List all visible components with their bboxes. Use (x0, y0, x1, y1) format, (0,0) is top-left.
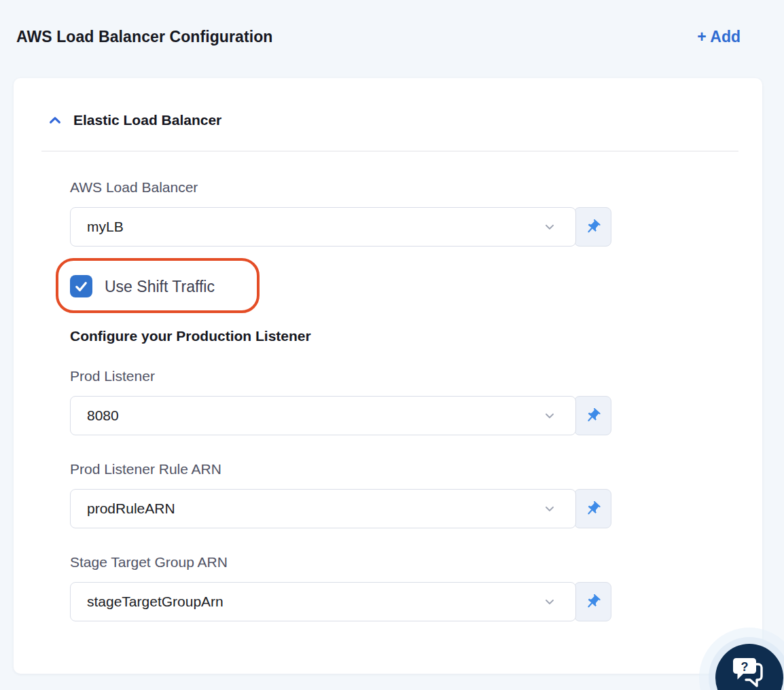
stage-target-group-arn-value: stageTargetGroupArn (87, 594, 224, 610)
section-header: Elastic Load Balancer (14, 78, 762, 128)
use-shift-traffic-row: Use Shift Traffic (70, 275, 215, 297)
chevron-down-icon (543, 595, 556, 609)
prod-listener-value: 8080 (87, 407, 119, 424)
form-content: AWS Load Balancer myLB (14, 151, 762, 621)
svg-text:?: ? (741, 660, 749, 674)
chevron-down-icon (543, 220, 556, 234)
field-prod-listener-rule-arn: prodRuleARN (70, 489, 611, 528)
pin-button[interactable] (574, 207, 611, 247)
field-label-prod-listener: Prod Listener (70, 369, 762, 384)
page-title: AWS Load Balancer Configuration (16, 27, 273, 46)
page-header: AWS Load Balancer Configuration + Add (0, 0, 784, 46)
chevron-up-icon (48, 113, 63, 128)
field-aws-load-balancer: myLB (70, 207, 611, 247)
pin-button[interactable] (574, 582, 611, 621)
pin-button[interactable] (574, 489, 611, 528)
field-label-aws-load-balancer: AWS Load Balancer (70, 180, 762, 195)
pushpin-icon (584, 407, 601, 424)
prod-listener-rule-arn-select[interactable]: prodRuleARN (70, 489, 576, 528)
section-title: Elastic Load Balancer (73, 112, 221, 128)
use-shift-traffic-label[interactable]: Use Shift Traffic (105, 277, 215, 296)
use-shift-traffic-checkbox[interactable] (70, 275, 92, 297)
add-button[interactable]: + Add (697, 27, 741, 46)
chat-help-icon: ? (732, 657, 766, 689)
prod-listener-select[interactable]: 8080 (70, 396, 576, 435)
aws-load-balancer-value: myLB (87, 219, 124, 235)
aws-load-balancer-select[interactable]: myLB (70, 207, 576, 247)
checkmark-icon (73, 278, 89, 294)
pushpin-icon (584, 594, 601, 611)
field-stage-target-group-arn: stageTargetGroupArn (70, 582, 611, 621)
stage-target-group-arn-select[interactable]: stageTargetGroupArn (70, 582, 576, 621)
pushpin-icon (584, 501, 601, 518)
prod-listener-rule-arn-value: prodRuleARN (87, 501, 175, 517)
chevron-down-icon (543, 502, 556, 515)
chevron-down-icon (543, 409, 556, 422)
field-label-prod-listener-rule-arn: Prod Listener Rule ARN (70, 462, 762, 477)
field-prod-listener: 8080 (70, 396, 611, 435)
load-balancer-card: Elastic Load Balancer AWS Load Balancer … (14, 78, 762, 674)
pin-button[interactable] (574, 396, 611, 435)
field-label-stage-target-group-arn: Stage Target Group ARN (70, 555, 762, 570)
collapse-section-button[interactable] (48, 113, 63, 128)
production-listener-subheading: Configure your Production Listener (70, 327, 762, 344)
pushpin-icon (584, 219, 601, 236)
